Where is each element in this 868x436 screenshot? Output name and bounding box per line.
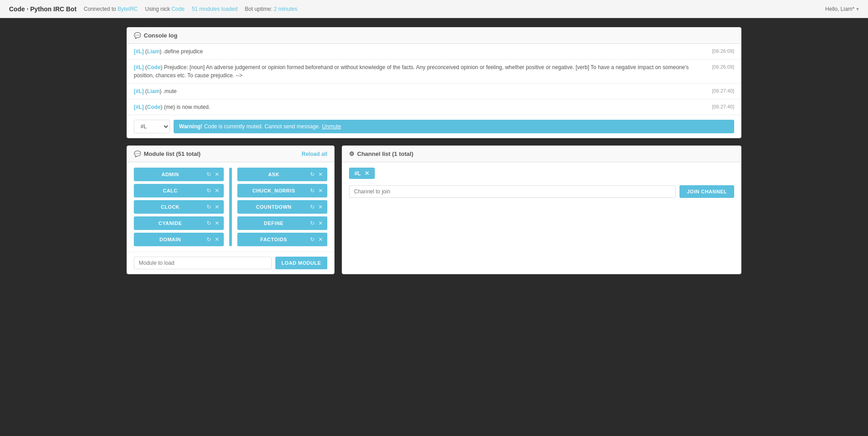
app-title: Code · Python IRC Bot	[9, 5, 76, 13]
uptime-value[interactable]: 2 minutes	[274, 6, 297, 12]
module-remove-button[interactable]: ✕	[317, 188, 324, 194]
modules-count-link[interactable]: 51 modules loaded	[192, 6, 237, 12]
module-button-label: COUNTDOWN	[241, 204, 307, 210]
module-button-label: FACTOIDS	[241, 237, 307, 242]
channel-panel-header: ⚙ Channel list (1 total)	[342, 146, 741, 162]
module-button[interactable]: FACTOIDS ↻ ✕	[237, 233, 327, 246]
channel-panel: ⚙ Channel list (1 total) #L ✕ JOIN CHANN…	[342, 145, 741, 274]
nick-link[interactable]: Code	[171, 6, 184, 12]
module-reload-button[interactable]: ↻	[309, 220, 316, 226]
module-remove-button[interactable]: ✕	[214, 236, 220, 243]
module-button-actions: ↻ ✕	[206, 204, 220, 210]
header-user[interactable]: Hello, Liam* ▾	[825, 6, 859, 12]
module-reload-button[interactable]: ↻	[206, 204, 212, 210]
module-reload-button[interactable]: ↻	[309, 204, 316, 210]
comment-icon: 💬	[134, 32, 141, 39]
module-button-label: CLOCK	[137, 204, 203, 210]
module-button[interactable]: CLOCK ↻ ✕	[134, 200, 224, 214]
module-button[interactable]: DOMAIN ↻ ✕	[134, 233, 224, 246]
header-connected: Connected to ByteIRC	[84, 6, 137, 12]
module-right-column: ASK ↻ ✕ CHUCK_NORRIS ↻ ✕ COUNTDOWN ↻ ✕ D…	[237, 168, 327, 246]
log-entry: [#L] (Code) (me) is now muted.[06:27:40]	[127, 99, 741, 115]
channel-join-input[interactable]	[349, 185, 676, 198]
remove-channel-button[interactable]: ✕	[364, 170, 369, 177]
gear-icon: ⚙	[349, 150, 354, 157]
module-remove-button[interactable]: ✕	[317, 236, 324, 243]
module-button-actions: ↻ ✕	[206, 236, 220, 243]
mute-warning: Warning! Code is currently muted. Cannot…	[174, 120, 734, 133]
console-panel: 💬 Console log [#L] (Liam) .define prejud…	[127, 27, 741, 138]
channel-select[interactable]: #L	[134, 120, 170, 133]
module-remove-button[interactable]: ✕	[214, 204, 220, 210]
log-nick: Liam	[147, 48, 160, 55]
uptime-label: Bot uptime:	[245, 6, 273, 12]
module-button-actions: ↻ ✕	[309, 188, 324, 194]
module-button-actions: ↻ ✕	[206, 188, 220, 194]
console-title: Console log	[144, 32, 177, 39]
module-button-label: ADMIN	[137, 172, 203, 177]
log-time: [06:26:09]	[712, 47, 734, 55]
header-nick: Using nick Code	[145, 6, 184, 12]
join-channel-button[interactable]: JOIN CHANNEL	[679, 185, 734, 198]
module-remove-button[interactable]: ✕	[317, 220, 324, 226]
log-time: [06:27:40]	[712, 87, 734, 95]
module-button-label: DOMAIN	[137, 237, 203, 242]
log-text: [#L] (Code) (me) is now muted.	[134, 103, 705, 111]
header: Code · Python IRC Bot Connected to ByteI…	[0, 0, 868, 18]
module-reload-button[interactable]: ↻	[206, 236, 212, 243]
channel-title: Channel list (1 total)	[357, 150, 413, 157]
module-button[interactable]: CHUCK_NORRIS ↻ ✕	[237, 184, 327, 197]
module-button-actions: ↻ ✕	[309, 204, 324, 210]
module-remove-button[interactable]: ✕	[214, 188, 220, 194]
module-button[interactable]: ADMIN ↻ ✕	[134, 168, 224, 181]
module-panel-header: 💬 Module list (51 total) Reload all	[127, 146, 334, 162]
module-reload-button[interactable]: ↻	[206, 220, 212, 226]
module-remove-button[interactable]: ✕	[317, 204, 324, 210]
module-input-row: LOAD MODULE	[127, 252, 334, 274]
log-time: [06:27:40]	[712, 103, 734, 111]
unmute-link[interactable]: Unmute	[322, 123, 341, 130]
header-left: Code · Python IRC Bot Connected to ByteI…	[9, 5, 297, 13]
log-entry: [#L] (Code) Prejudice: [noun] An adverse…	[127, 60, 741, 84]
module-remove-button[interactable]: ✕	[317, 171, 324, 178]
module-panel: 💬 Module list (51 total) Reload all ADMI…	[127, 145, 335, 274]
load-module-button[interactable]: LOAD MODULE	[275, 257, 327, 269]
module-button-label: ASK	[241, 172, 307, 177]
module-button[interactable]: DEFINE ↻ ✕	[237, 216, 327, 230]
log-entry: [#L] (Liam) .mute[06:27:40]	[127, 84, 741, 99]
module-reload-button[interactable]: ↻	[309, 188, 316, 194]
module-remove-button[interactable]: ✕	[214, 171, 220, 178]
warning-text: Code is currently muted. Cannot send mes…	[204, 123, 321, 130]
log-channel: [#L]	[134, 104, 144, 110]
module-reload-button[interactable]: ↻	[309, 171, 316, 178]
log-text: [#L] (Liam) .define prejudice	[134, 47, 705, 56]
module-button[interactable]: COUNTDOWN ↻ ✕	[237, 200, 327, 214]
channel-list-body: #L ✕ JOIN CHANNEL	[342, 162, 741, 203]
module-button-label: CYANIDE	[137, 220, 203, 226]
console-panel-header: 💬 Console log	[127, 28, 741, 44]
console-input-row: #L Warning! Code is currently muted. Can…	[127, 115, 741, 138]
module-input[interactable]	[134, 257, 272, 269]
module-button-actions: ↻ ✕	[309, 220, 324, 226]
bot-uptime: Bot uptime: 2 minutes	[245, 6, 297, 12]
module-button-actions: ↻ ✕	[206, 171, 220, 178]
module-button-label: CHUCK_NORRIS	[241, 188, 307, 193]
module-button-actions: ↻ ✕	[309, 236, 324, 243]
module-button-actions: ↻ ✕	[206, 220, 220, 226]
reload-all-button[interactable]: Reload all	[302, 151, 327, 157]
module-list-body: ADMIN ↻ ✕ CALC ↻ ✕ CLOCK ↻ ✕ CYANIDE ↻ ✕	[127, 162, 334, 252]
module-reload-button[interactable]: ↻	[206, 188, 212, 194]
modules-loaded: 51 modules loaded	[192, 6, 237, 12]
log-nick: Code	[147, 104, 160, 110]
module-reload-button[interactable]: ↻	[309, 236, 316, 243]
log-text: [#L] (Liam) .mute	[134, 87, 705, 95]
module-button[interactable]: CALC ↻ ✕	[134, 184, 224, 197]
log-text: [#L] (Code) Prejudice: [noun] An adverse…	[134, 63, 705, 80]
module-comment-icon: 💬	[134, 150, 141, 157]
module-button[interactable]: CYANIDE ↻ ✕	[134, 216, 224, 230]
module-remove-button[interactable]: ✕	[214, 220, 220, 226]
module-button[interactable]: ASK ↻ ✕	[237, 168, 327, 181]
server-link[interactable]: ByteIRC	[118, 6, 138, 12]
log-time: [06:26:09]	[712, 63, 734, 71]
module-reload-button[interactable]: ↻	[206, 171, 212, 178]
